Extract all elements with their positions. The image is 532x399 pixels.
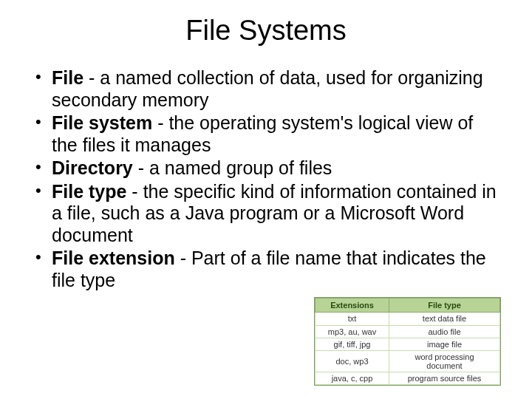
slide-title: File Systems (33, 15, 499, 47)
cell-type: audio file (389, 325, 500, 338)
cell-type: text data file (389, 313, 500, 325)
cell-ext: txt (316, 313, 389, 325)
term: File extension (52, 248, 175, 268)
cell-ext: gif, tiff, jpg (316, 338, 389, 350)
cell-ext: doc, wp3 (316, 350, 389, 372)
definition: - a named group of files (133, 157, 332, 178)
table-header-filetype: File type (389, 299, 500, 313)
extensions-table: Extensions File type txt text data file … (314, 297, 501, 386)
definition: - a named collection of data, used for o… (52, 67, 483, 110)
term: File system (52, 112, 152, 133)
table-row: gif, tiff, jpg image file (316, 338, 500, 350)
cell-ext: java, c, cpp (316, 372, 389, 384)
table-header-extensions: Extensions (316, 299, 389, 313)
table-row: doc, wp3 word processing document (316, 350, 500, 372)
list-item: File - a named collection of data, used … (33, 67, 499, 111)
term: File type (52, 181, 126, 202)
list-item: File extension - Part of a file name tha… (33, 248, 499, 291)
list-item: File type - the specific kind of informa… (33, 181, 499, 247)
cell-type: word processing document (389, 350, 500, 372)
cell-ext: mp3, au, wav (316, 325, 389, 338)
term: File (52, 67, 83, 88)
term: Directory (52, 157, 133, 178)
bullet-list: File - a named collection of data, used … (33, 67, 499, 291)
slide: File Systems File - a named collection o… (0, 0, 532, 399)
table-row: mp3, au, wav audio file (316, 325, 500, 338)
cell-type: image file (389, 338, 500, 350)
list-item: Directory - a named group of files (33, 157, 499, 180)
table-row: java, c, cpp program source files (316, 372, 500, 384)
table-row: txt text data file (316, 313, 500, 325)
cell-type: program source files (389, 372, 500, 384)
list-item: File system - the operating system's log… (33, 112, 499, 156)
